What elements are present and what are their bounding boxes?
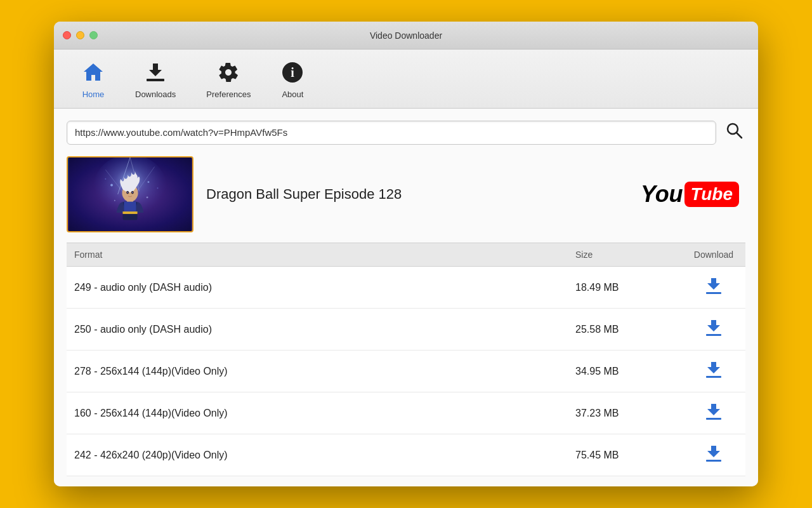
svg-point-22 xyxy=(114,200,115,201)
table-row: 278 - 256x144 (144p)(Video Only)34.95 MB xyxy=(67,351,745,392)
toolbar: Home Downloads Preferences xyxy=(54,50,758,109)
toolbar-about[interactable]: i About xyxy=(266,58,319,102)
svg-rect-28 xyxy=(706,376,721,378)
toolbar-preferences[interactable]: Preferences xyxy=(191,58,266,102)
svg-point-3 xyxy=(728,124,738,134)
video-thumbnail xyxy=(67,156,193,232)
svg-rect-26 xyxy=(706,292,721,294)
url-bar xyxy=(67,119,745,146)
size-cell: 75.45 MB xyxy=(568,434,682,476)
svg-point-24 xyxy=(105,178,106,180)
svg-point-17 xyxy=(132,192,133,194)
download-header: Download xyxy=(682,243,745,267)
search-icon xyxy=(725,121,743,139)
format-cell: 242 - 426x240 (240p)(Video Only) xyxy=(67,434,568,476)
download-cell xyxy=(682,351,745,392)
download-button-3[interactable] xyxy=(704,401,724,425)
svg-point-21 xyxy=(148,181,150,183)
svg-rect-30 xyxy=(706,460,721,462)
content-area: Dragon Ball Super Episode 128 You Tube F… xyxy=(54,109,758,486)
table-row: 249 - audio only (DASH audio)18.49 MB xyxy=(67,267,745,309)
table-row: 250 - audio only (DASH audio)25.58 MB xyxy=(67,309,745,351)
traffic-lights xyxy=(63,31,98,39)
gear-icon xyxy=(217,61,240,87)
size-cell: 37.23 MB xyxy=(568,392,682,434)
info-icon: i xyxy=(281,61,304,87)
svg-point-23 xyxy=(147,196,148,198)
format-cell: 160 - 256x144 (144p)(Video Only) xyxy=(67,392,568,434)
download-button-1[interactable] xyxy=(704,318,724,341)
table-row: 242 - 426x240 (240p)(Video Only)75.45 MB xyxy=(67,434,745,476)
download-cell xyxy=(682,309,745,351)
yt-tube-text: Tube xyxy=(691,184,733,204)
video-title: Dragon Ball Super Episode 128 xyxy=(206,186,628,203)
toolbar-about-label: About xyxy=(282,90,303,99)
svg-rect-27 xyxy=(706,334,721,336)
home-icon xyxy=(82,61,105,87)
yt-you-text: You xyxy=(641,181,683,208)
svg-rect-19 xyxy=(122,211,137,214)
download-cell xyxy=(682,434,745,476)
download-cell xyxy=(682,392,745,434)
size-header: Size xyxy=(568,243,682,267)
toolbar-preferences-label: Preferences xyxy=(206,90,251,99)
youtube-logo: You Tube xyxy=(641,181,739,208)
size-cell: 34.95 MB xyxy=(568,351,682,392)
download-button-4[interactable] xyxy=(704,443,724,467)
svg-point-16 xyxy=(127,192,128,194)
size-cell: 25.58 MB xyxy=(568,309,682,351)
table-row: 160 - 256x144 (144p)(Video Only)37.23 MB xyxy=(67,392,745,434)
toolbar-home[interactable]: Home xyxy=(67,58,120,102)
download-button-2[interactable] xyxy=(704,359,724,383)
svg-rect-0 xyxy=(147,79,164,81)
svg-point-25 xyxy=(157,187,159,189)
svg-text:i: i xyxy=(291,65,295,79)
format-cell: 249 - audio only (DASH audio) xyxy=(67,267,568,309)
svg-point-20 xyxy=(110,184,113,187)
download-button-0[interactable] xyxy=(704,276,724,299)
video-card: Dragon Ball Super Episode 128 You Tube xyxy=(67,156,745,232)
format-header: Format xyxy=(67,243,568,267)
download-cell xyxy=(682,267,745,309)
window-title: Video Downloader xyxy=(370,30,442,41)
format-cell: 278 - 256x144 (144p)(Video Only) xyxy=(67,351,568,392)
format-cell: 250 - audio only (DASH audio) xyxy=(67,309,568,351)
minimize-button[interactable] xyxy=(76,31,84,39)
svg-line-4 xyxy=(737,133,742,138)
search-button[interactable] xyxy=(723,119,745,146)
svg-rect-29 xyxy=(706,418,721,420)
toolbar-home-label: Home xyxy=(82,90,105,99)
url-input[interactable] xyxy=(67,121,716,145)
download-table: Format Size Download 249 - audio only (D… xyxy=(67,243,745,476)
title-bar: Video Downloader xyxy=(54,22,758,50)
yt-tube-box: Tube xyxy=(684,182,739,207)
app-window: Video Downloader Home Downloads xyxy=(54,22,758,486)
close-button[interactable] xyxy=(63,31,71,39)
table-header-row: Format Size Download xyxy=(67,243,745,267)
toolbar-downloads[interactable]: Downloads xyxy=(120,58,191,102)
maximize-button[interactable] xyxy=(89,31,98,39)
size-cell: 18.49 MB xyxy=(568,267,682,309)
toolbar-downloads-label: Downloads xyxy=(135,90,176,99)
download-icon xyxy=(144,61,167,87)
